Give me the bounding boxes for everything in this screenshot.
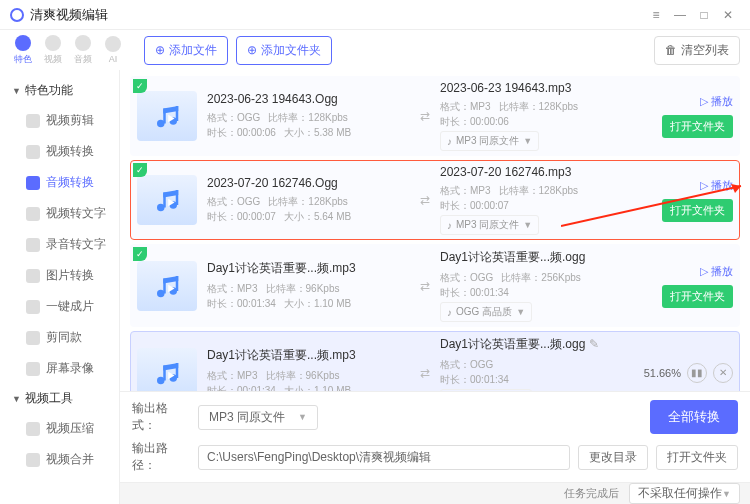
minimize-button[interactable]: — (668, 3, 692, 27)
add-file-button[interactable]: ⊕ 添加文件 (144, 36, 228, 65)
target-filename: 2023-07-20 162746.mp3 (440, 165, 643, 179)
sidebar-item-101[interactable]: 视频合并 (0, 444, 119, 475)
sidebar-item-label: 视频合并 (46, 451, 94, 468)
target-format-select[interactable]: ♪OGG 高品质▼ (440, 389, 532, 391)
sidebar-item-label: 音频转换 (46, 174, 94, 191)
top-tab-2[interactable]: 音频 (70, 34, 96, 66)
source-filename: 2023-06-23 194643.Ogg (207, 92, 410, 106)
status-action-select[interactable]: 不采取任何操作 ▼ (629, 483, 740, 504)
chevron-down-icon: ▼ (12, 86, 21, 96)
file-thumbnail (137, 175, 197, 225)
menu-button[interactable]: ≡ (644, 3, 668, 27)
output-format-select[interactable]: MP3 同原文件 ▼ (198, 405, 318, 430)
swap-icon: ⇄ (410, 279, 440, 293)
play-button[interactable]: ▷播放 (700, 94, 733, 109)
sidebar-group-video-tools[interactable]: ▼ 视频工具 (0, 384, 119, 413)
sidebar-item-icon (26, 176, 40, 190)
open-dir-button[interactable]: 打开文件夹 (656, 445, 738, 470)
source-meta2: 时长：00:01:34大小：1.10 MB (207, 383, 410, 391)
sidebar-item-icon (26, 238, 40, 252)
sidebar-item-8[interactable]: 屏幕录像 (0, 353, 119, 384)
target-format-select[interactable]: ♪MP3 同原文件▼ (440, 131, 539, 151)
add-folder-label: 添加文件夹 (261, 42, 321, 59)
sidebar-item-100[interactable]: 视频压缩 (0, 413, 119, 444)
sidebar-item-icon (26, 207, 40, 221)
target-filename: Day1讨论英语重要...频.ogg ✎ (440, 336, 643, 353)
file-thumbnail (137, 348, 197, 392)
sidebar-item-label: 屏幕录像 (46, 360, 94, 377)
target-filename: 2023-06-23 194643.mp3 (440, 81, 643, 95)
target-format-select[interactable]: ♪OGG 高品质▼ (440, 302, 532, 322)
target-meta: 格式：OGG比特率：256Kpbs (440, 270, 643, 285)
bottombar: 输出格式： MP3 同原文件 ▼ 全部转换 输出路径： C:\Users\Fen… (120, 391, 750, 482)
tab-icon (45, 35, 61, 51)
sidebar-item-label: 一键成片 (46, 298, 94, 315)
trash-icon: 🗑 (665, 43, 677, 57)
tab-label: 视频 (44, 53, 62, 66)
top-tab-1[interactable]: 视频 (40, 34, 66, 66)
music-icon: ♪ (447, 307, 452, 318)
source-meta2: 时长：00:01:34大小：1.10 MB (207, 296, 410, 311)
edit-icon[interactable]: ✎ (589, 337, 599, 351)
sidebar-item-icon (26, 453, 40, 467)
sidebar-item-0[interactable]: 视频剪辑 (0, 105, 119, 136)
top-tab-3[interactable]: AI (100, 34, 126, 66)
sidebar-item-5[interactable]: 图片转换 (0, 260, 119, 291)
close-button[interactable]: ✕ (716, 3, 740, 27)
open-folder-button[interactable]: 打开文件夹 (662, 115, 733, 138)
target-meta2: 时长：00:01:34 (440, 372, 643, 387)
cancel-button[interactable]: ✕ (713, 363, 733, 383)
target-meta: 格式：MP3比特率：128Kpbs (440, 183, 643, 198)
check-icon: ✓ (133, 247, 147, 261)
music-icon: ♪ (447, 220, 452, 231)
add-file-label: 添加文件 (169, 42, 217, 59)
sidebar-item-icon (26, 362, 40, 376)
sidebar-item-icon (26, 269, 40, 283)
target-meta: 格式：MP3比特率：128Kpbs (440, 99, 643, 114)
swap-icon: ⇄ (410, 109, 440, 123)
top-tab-0[interactable]: 特色 (10, 34, 36, 66)
target-format-select[interactable]: ♪MP3 同原文件▼ (440, 215, 539, 235)
sidebar-group-label: 特色功能 (25, 82, 73, 99)
list-row[interactable]: ✓2023-06-23 194643.Ogg格式：OGG比特率：128Kpbs时… (130, 76, 740, 156)
app-title: 清爽视频编辑 (30, 6, 108, 24)
target-format-value: MP3 同原文件 (456, 134, 519, 148)
play-button[interactable]: ▷播放 (700, 264, 733, 279)
sidebar-item-label: 视频转换 (46, 143, 94, 160)
sidebar-item-2[interactable]: 音频转换 (0, 167, 119, 198)
file-thumbnail (137, 261, 197, 311)
sidebar-item-3[interactable]: 视频转文字 (0, 198, 119, 229)
music-icon: ♪ (447, 136, 452, 147)
clear-list-button[interactable]: 🗑 清空列表 (654, 36, 740, 65)
open-folder-button[interactable]: 打开文件夹 (662, 199, 733, 222)
play-label: 播放 (711, 178, 733, 193)
sidebar-item-1[interactable]: 视频转换 (0, 136, 119, 167)
sidebar-item-4[interactable]: 录音转文字 (0, 229, 119, 260)
list-row[interactable]: ✓Day1讨论英语重要...频.mp3格式：MP3比特率：96Kpbs时长：00… (130, 244, 740, 327)
target-format-value: MP3 同原文件 (456, 218, 519, 232)
titlebar: 清爽视频编辑 ≡ — □ ✕ (0, 0, 750, 30)
pause-button[interactable]: ▮▮ (687, 363, 707, 383)
folder-plus-icon: ⊕ (247, 43, 257, 57)
add-folder-button[interactable]: ⊕ 添加文件夹 (236, 36, 332, 65)
play-button[interactable]: ▷播放 (700, 178, 733, 193)
sidebar-group-features[interactable]: ▼ 特色功能 (0, 76, 119, 105)
convert-all-button[interactable]: 全部转换 (650, 400, 738, 434)
app-logo-icon (10, 8, 24, 22)
sidebar-item-label: 图片转换 (46, 267, 94, 284)
change-dir-button[interactable]: 更改目录 (578, 445, 648, 470)
open-folder-button[interactable]: 打开文件夹 (662, 285, 733, 308)
sidebar-group-label: 视频工具 (25, 390, 73, 407)
source-meta: 格式：OGG比特率：128Kpbs (207, 194, 410, 209)
source-meta: 格式：MP3比特率：96Kpbs (207, 281, 410, 296)
sidebar-item-6[interactable]: 一键成片 (0, 291, 119, 322)
list-row[interactable]: Day1讨论英语重要...频.mp3格式：MP3比特率：96Kpbs时长：00:… (130, 331, 740, 391)
statusbar: 任务完成后 不采取任何操作 ▼ (120, 482, 750, 504)
sidebar-item-7[interactable]: 剪同款 (0, 322, 119, 353)
maximize-button[interactable]: □ (692, 3, 716, 27)
list-row[interactable]: ✓2023-07-20 162746.Ogg格式：OGG比特率：128Kpbs时… (130, 160, 740, 240)
output-path-input[interactable]: C:\Users\FengPing\Desktop\清爽视频编辑 (198, 445, 570, 470)
play-icon: ▷ (700, 265, 708, 278)
sidebar-item-label: 视频转文字 (46, 205, 106, 222)
file-thumbnail (137, 91, 197, 141)
